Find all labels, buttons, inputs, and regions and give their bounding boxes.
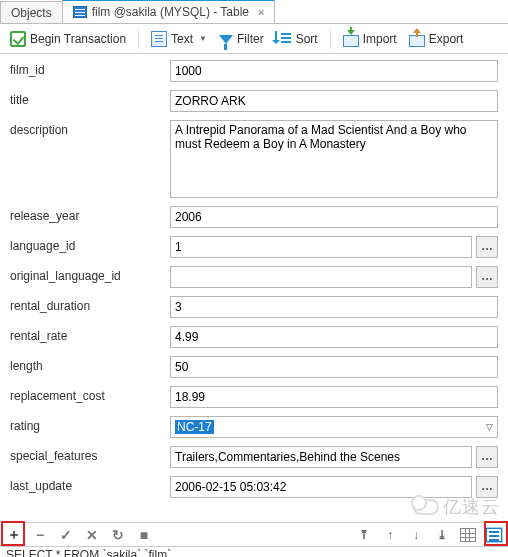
tab-objects[interactable]: Objects [0,1,63,23]
text-icon [151,31,167,47]
stop-button[interactable]: ■ [136,527,152,543]
label-language-id: language_id [10,236,170,253]
separator [138,29,139,49]
watermark-text: 亿速云 [443,495,500,519]
close-icon[interactable]: × [258,6,264,18]
field-film-id[interactable] [170,60,498,82]
export-icon [409,35,425,47]
delete-row-button[interactable]: − [32,527,48,543]
add-row-button[interactable]: ＋ [6,527,22,543]
chevron-down-icon: ▽ [486,422,493,432]
apply-button[interactable]: ✓ [58,527,74,543]
separator [330,29,331,49]
field-replacement-cost[interactable] [170,386,498,408]
field-special-features[interactable] [170,446,472,468]
prev-record-button[interactable]: ↑ [382,527,398,543]
field-rating-select[interactable]: NC-17 ▽ [170,416,498,438]
field-rental-rate[interactable] [170,326,498,348]
label-title: title [10,90,170,107]
field-release-year[interactable] [170,206,498,228]
label-description: description [10,120,170,137]
last-record-button[interactable]: ⤓ [434,527,450,543]
sort-icon [276,31,292,47]
tab-film-label: film @sakila (MYSQL) - Table [92,5,249,19]
cancel-button[interactable]: ✕ [84,527,100,543]
sort-label: Sort [296,32,318,46]
grid-view-button[interactable] [460,528,476,542]
label-original-language-id: original_language_id [10,266,170,283]
label-special-features: special_features [10,446,170,463]
chevron-down-icon: ▼ [199,34,207,43]
record-nav-bar: ＋ − ✓ ✕ ↻ ■ ⤒ ↑ ↓ ⤓ [0,522,508,546]
filter-icon [219,35,233,44]
export-label: Export [429,32,464,46]
text-button[interactable]: Text ▼ [147,28,211,50]
cloud-icon [413,499,439,515]
field-rating-value: NC-17 [175,420,214,434]
filter-label: Filter [237,32,264,46]
tab-objects-label: Objects [11,6,52,20]
begin-transaction-button[interactable]: Begin Transaction [6,28,130,50]
form-view-button[interactable] [486,528,502,542]
field-language-id[interactable] [170,236,472,258]
label-replacement-cost: replacement_cost [10,386,170,403]
watermark: 亿速云 [413,495,500,519]
label-rental-rate: rental_rate [10,326,170,343]
first-record-button[interactable]: ⤒ [356,527,372,543]
tab-bar: Objects film @sakila (MYSQL) - Table × [0,0,508,24]
field-description[interactable]: A Intrepid Panorama of a Mad Scientist A… [170,120,498,198]
main-toolbar: Begin Transaction Text ▼ Filter Sort Imp… [0,24,508,54]
refresh-button[interactable]: ↻ [110,527,126,543]
edit-last-update-button[interactable]: … [476,476,498,498]
import-label: Import [363,32,397,46]
label-rating: rating [10,416,170,433]
field-last-update[interactable] [170,476,472,498]
import-icon [343,35,359,47]
table-icon [73,6,87,18]
lookup-original-language-button[interactable]: … [476,266,498,288]
label-film-id: film_id [10,60,170,77]
label-last-update: last_update [10,476,170,493]
sort-button[interactable]: Sort [272,28,322,50]
filter-button[interactable]: Filter [215,28,268,50]
label-length: length [10,356,170,373]
label-rental-duration: rental_duration [10,296,170,313]
text-label: Text [171,32,193,46]
sql-status-bar: SELECT * FROM `sakila`.`film` [0,546,508,557]
field-title[interactable] [170,90,498,112]
begin-transaction-label: Begin Transaction [30,32,126,46]
edit-special-features-button[interactable]: … [476,446,498,468]
export-button[interactable]: Export [405,28,468,50]
record-form: film_id title description A Intrepid Pan… [0,54,508,522]
lookup-language-button[interactable]: … [476,236,498,258]
begin-transaction-icon [10,31,26,47]
field-length[interactable] [170,356,498,378]
sql-text: SELECT * FROM `sakila`.`film` [6,548,171,557]
tab-film-table[interactable]: film @sakila (MYSQL) - Table × [62,0,276,23]
label-release-year: release_year [10,206,170,223]
field-rental-duration[interactable] [170,296,498,318]
field-original-language-id[interactable] [170,266,472,288]
import-button[interactable]: Import [339,28,401,50]
next-record-button[interactable]: ↓ [408,527,424,543]
